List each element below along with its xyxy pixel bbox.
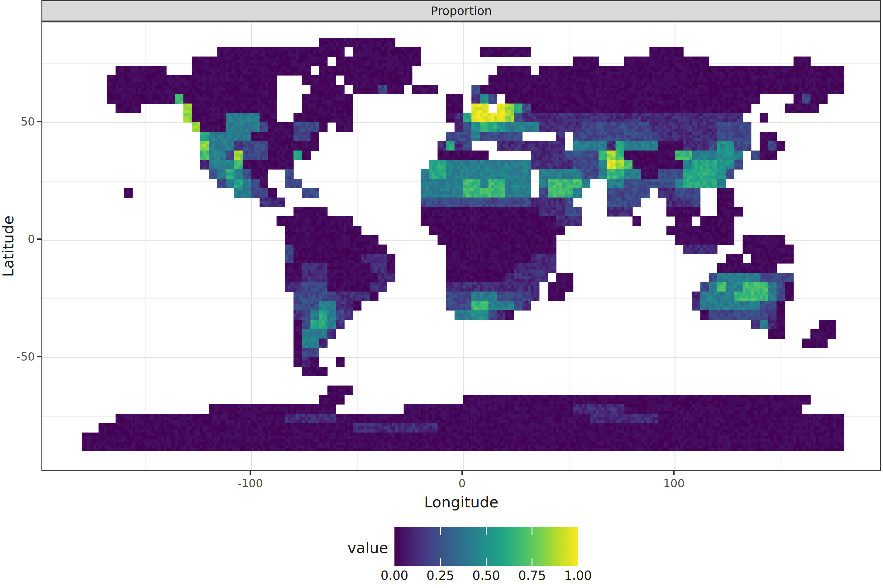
x-tick-label: -100 bbox=[219, 477, 281, 490]
y-tick-mark bbox=[37, 356, 41, 357]
colorbar-tick bbox=[440, 558, 441, 566]
legend-tick-label: 1.00 bbox=[553, 568, 603, 583]
x-tick-label: 0 bbox=[431, 477, 493, 490]
colorbar-tick bbox=[486, 558, 487, 566]
y-axis-title: Latitude bbox=[0, 215, 17, 277]
x-tick-mark bbox=[673, 471, 675, 476]
facet-strip: Proportion bbox=[41, 0, 881, 21]
world-raster-canvas bbox=[82, 28, 844, 452]
x-tick-mark bbox=[250, 471, 251, 476]
plot-panel bbox=[41, 21, 881, 471]
strip-title: Proportion bbox=[430, 4, 492, 18]
y-tick-label: -50 bbox=[0, 349, 35, 364]
x-axis-title: Longitude bbox=[41, 494, 881, 511]
x-tick-mark bbox=[462, 471, 463, 476]
colorbar-tick bbox=[531, 558, 533, 566]
figure: Proportion -1000100 500-50 Longitude Lat… bbox=[0, 0, 883, 588]
legend-tick-label: 0.25 bbox=[415, 568, 465, 583]
legend-tick-label: 0.00 bbox=[370, 568, 420, 583]
y-tick-mark bbox=[37, 238, 41, 240]
colorbar-tick bbox=[531, 527, 533, 535]
y-tick-label: 50 bbox=[0, 114, 35, 129]
legend-tick-label: 0.75 bbox=[507, 568, 557, 583]
x-tick-label: 100 bbox=[643, 477, 705, 490]
y-tick-mark bbox=[37, 121, 41, 122]
colorbar-tick bbox=[486, 527, 487, 535]
legend-title: value bbox=[305, 538, 388, 558]
legend-tick-label: 0.50 bbox=[462, 568, 511, 583]
colorbar-tick bbox=[440, 527, 441, 535]
legend-colorbar bbox=[394, 527, 578, 566]
